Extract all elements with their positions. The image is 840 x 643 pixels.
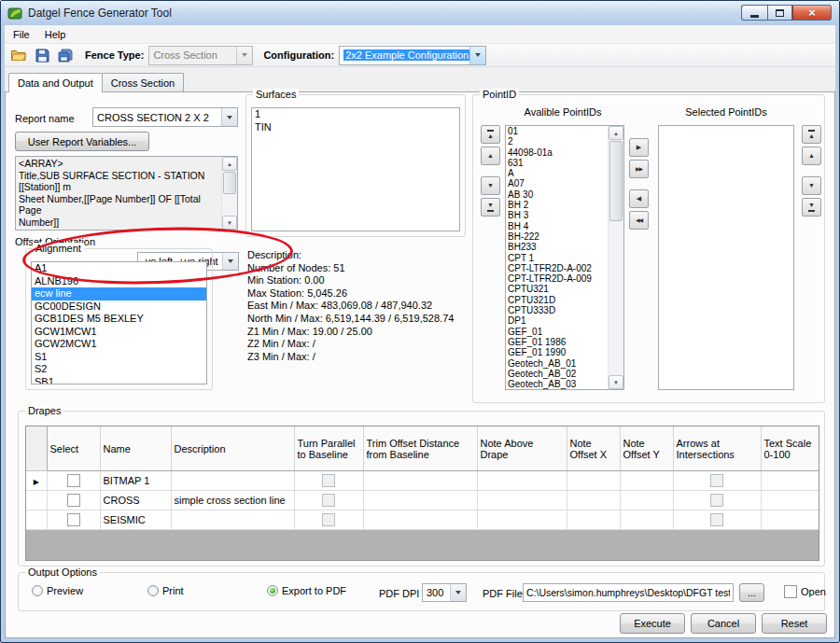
row-selector-cell[interactable]: ▶ [26, 471, 47, 491]
alignment-list-item[interactable]: ecw line [32, 287, 206, 301]
pointid-list-item[interactable]: CPTU321D [506, 295, 609, 305]
report-name-combobox[interactable]: CROSS SECTION 2 X 2 [92, 107, 238, 127]
print-radio[interactable]: Print [147, 585, 184, 596]
pointid-list-item[interactable]: CPT-LTFR2D-A-002 [506, 263, 609, 273]
move-up-button[interactable]: ▲ [481, 147, 500, 165]
pointid-list-item[interactable]: BH 3 [506, 210, 609, 220]
move-to-top-button[interactable]: ▲ [481, 125, 500, 144]
drape-row[interactable]: SEISMIC [26, 510, 819, 530]
user-report-variables-button[interactable]: User Report Variables... [15, 132, 149, 151]
pointid-list-item[interactable]: AB 30 [506, 189, 609, 200]
select-checkbox[interactable] [67, 513, 80, 526]
note-offset-y-cell[interactable] [620, 471, 673, 491]
scroll-up-icon[interactable]: ▲ [222, 157, 237, 171]
available-pointids-list[interactable]: 01244098-01a631AA07AB 30BH 2BH 3BH 4BH-2… [505, 125, 624, 390]
column-header-text-scale[interactable]: Text Scale 0-100 [761, 426, 819, 471]
preview-radio[interactable]: Preview [32, 585, 83, 596]
text-scale-cell[interactable] [761, 510, 819, 530]
column-header-note-offset-x[interactable]: Note Offset X [567, 426, 620, 471]
note-offset-y-cell[interactable] [620, 491, 673, 510]
pointid-list-item[interactable]: CPT 1 [506, 253, 609, 263]
surface-list-item[interactable]: TIN [252, 121, 459, 134]
trim-offset-cell[interactable] [363, 491, 477, 510]
pdf-file-input[interactable] [523, 583, 734, 602]
column-header-name[interactable]: Name [100, 426, 171, 471]
pointid-list-item[interactable]: Geotech_AB_01 [506, 358, 609, 369]
trim-offset-cell[interactable] [363, 510, 477, 530]
pointid-list-item[interactable]: 44098-01a [506, 147, 609, 158]
note-offset-x-cell[interactable] [567, 510, 620, 530]
alignment-list[interactable]: A1ALNB196ecw lineGC00DESIGNGCB1DES M5 BE… [31, 261, 207, 384]
move-up-button[interactable]: ▲ [802, 147, 821, 165]
select-pointid-button[interactable]: ▶ [629, 138, 649, 157]
deselect-all-pointids-button[interactable]: ◀◀ [629, 211, 649, 230]
drape-row[interactable]: ▶ BITMAP 1 [26, 471, 819, 491]
note-above-cell[interactable] [477, 491, 567, 510]
scroll-down-icon[interactable]: ▼ [609, 375, 623, 389]
pdf-dpi-combobox[interactable]: 300 [422, 583, 467, 602]
alignment-list-item[interactable]: S2 [32, 363, 206, 376]
pointid-list-item[interactable]: 2 [506, 136, 609, 147]
turn-parallel-cell[interactable] [294, 510, 363, 530]
trim-offset-cell[interactable] [363, 471, 477, 491]
scrollbar-thumb[interactable] [609, 141, 623, 221]
reset-button[interactable]: Reset [762, 613, 827, 634]
open-configuration-button[interactable] [9, 46, 28, 64]
pointid-list-item[interactable]: BH233 [506, 242, 609, 252]
move-to-bottom-button[interactable]: ▼ [802, 198, 821, 217]
scroll-down-icon[interactable]: ▼ [222, 216, 237, 230]
deselect-pointid-button[interactable]: ◀ [629, 189, 649, 208]
maximize-button[interactable] [767, 5, 792, 21]
surfaces-list[interactable]: 1TIN [251, 107, 460, 231]
turn-parallel-cell[interactable] [294, 491, 363, 510]
alignment-list-item[interactable]: SB1 [32, 376, 206, 385]
pointid-list-item[interactable]: GEF_01 1990 [506, 347, 609, 357]
arrows-cell[interactable] [673, 491, 761, 510]
pointid-list-item[interactable]: CPTU333D [506, 305, 609, 315]
column-header-arrows[interactable]: Arrows at Intersections [673, 426, 761, 471]
alignment-list-item[interactable]: GCB1DES M5 BEXLEY [32, 313, 206, 326]
column-header-description[interactable]: Description [171, 426, 294, 471]
drape-name-cell[interactable]: BITMAP 1 [100, 471, 171, 491]
select-all-pointids-button[interactable]: ▶▶ [629, 160, 649, 178]
pointid-list-item[interactable]: GEF_01 [506, 327, 609, 337]
note-above-cell[interactable] [477, 510, 567, 530]
move-down-button[interactable]: ▼ [481, 176, 500, 195]
pointid-list-item[interactable]: A [506, 168, 609, 178]
column-header-note-offset-y[interactable]: Note Offset Y [620, 426, 673, 471]
tab-cross-section[interactable]: Cross Section [102, 73, 184, 91]
alignment-list-item[interactable]: S1 [32, 351, 206, 364]
export-to-pdf-radio[interactable]: Export to PDF [267, 585, 346, 596]
alignment-list-item[interactable]: A1 [32, 262, 206, 275]
alignment-list-item[interactable]: GCW2MCW1 [32, 338, 206, 351]
arrows-checkbox[interactable] [710, 494, 723, 507]
pointid-list-item[interactable]: BH 2 [506, 200, 609, 210]
drape-row[interactable]: CROSS simple cross section line [26, 491, 819, 510]
open-checkbox-item[interactable]: Open [784, 585, 826, 598]
configuration-combobox[interactable]: 2x2 Example Configuration [339, 46, 486, 65]
text-scale-cell[interactable] [761, 471, 819, 491]
alignment-list-item[interactable]: GCW1MCW1 [32, 326, 206, 339]
note-offset-x-cell[interactable] [567, 491, 620, 510]
column-header-select[interactable]: Select [47, 426, 100, 471]
drape-description-cell[interactable] [171, 471, 294, 491]
tab-data-and-output[interactable]: Data and Output [8, 73, 103, 92]
alignment-list-item[interactable]: ALNB196 [32, 275, 206, 288]
column-header-note-above[interactable]: Note Above Drape [477, 426, 567, 471]
move-down-button[interactable]: ▼ [802, 176, 821, 195]
selected-pointids-list[interactable] [658, 125, 794, 390]
select-cell[interactable] [47, 491, 100, 510]
dropdown-arrow-icon[interactable] [450, 584, 466, 601]
text-scale-cell[interactable] [761, 491, 819, 510]
row-selector-cell[interactable] [26, 510, 47, 530]
arrows-cell[interactable] [673, 510, 761, 530]
turn-parallel-checkbox[interactable] [322, 494, 335, 507]
title-bar[interactable]: Datgel Fence Generator Tool × [1, 1, 839, 25]
dropdown-arrow-icon[interactable] [221, 108, 237, 126]
select-checkbox[interactable] [67, 494, 80, 507]
scroll-up-icon[interactable]: ▲ [609, 126, 623, 140]
dropdown-arrow-icon[interactable] [222, 253, 238, 270]
close-button[interactable]: × [792, 5, 832, 21]
drape-description-cell[interactable] [171, 510, 294, 530]
drape-name-cell[interactable]: SEISMIC [100, 510, 171, 530]
